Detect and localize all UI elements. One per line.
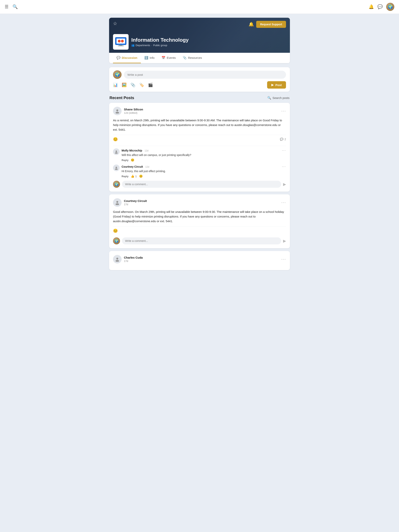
tab-resources-label: Resources xyxy=(188,56,202,59)
comment-count-number: 2 xyxy=(284,138,286,141)
tab-events-label: Events xyxy=(167,56,176,59)
comment-actions: Reply 👍 1 😊 xyxy=(122,174,286,178)
post-header: Charles Cuda 17d ··· xyxy=(113,255,286,263)
comment-input-row: 🌍 ▶ xyxy=(113,181,286,188)
comment-time: 12d xyxy=(145,149,148,152)
banner-actions: 🔔 Request Support xyxy=(249,21,286,28)
reply-button[interactable]: Reply xyxy=(122,159,129,162)
emoji-reaction-button[interactable]: 😊 xyxy=(131,158,135,162)
reply-button[interactable]: Reply xyxy=(122,175,129,178)
post-time: 17d xyxy=(124,260,128,262)
bell-icon[interactable]: 🔔 xyxy=(369,4,374,9)
star-icon[interactable]: ☆ xyxy=(113,21,117,26)
search-icon[interactable]: 🔍 xyxy=(13,4,18,9)
post-card: Charles Cuda 17d ··· xyxy=(109,251,290,270)
comment-more-button[interactable]: ··· xyxy=(282,148,286,152)
search-posts-button[interactable]: 🔍 Search posts xyxy=(267,96,290,100)
comment-meta: Molly Microchip 12d xyxy=(122,149,148,152)
events-tab-icon: 📅 xyxy=(161,56,165,60)
tab-discussion[interactable]: 💬 Discussion xyxy=(113,53,141,63)
comment-input[interactable] xyxy=(122,181,281,188)
tab-events[interactable]: 📅 Events xyxy=(158,53,179,63)
svg-point-15 xyxy=(116,260,119,262)
post-reactions: 😊 xyxy=(113,226,286,235)
post-meta: 12d (edited) xyxy=(124,111,143,114)
chart-tool-icon[interactable]: 📊 xyxy=(113,82,118,87)
request-support-button[interactable]: Request Support xyxy=(256,21,286,28)
comment: Courtney Circuit 12d ··· Hi Emory, this … xyxy=(113,165,286,178)
post-reactions: 😊 💬 2 xyxy=(113,135,286,144)
tab-resources[interactable]: 📎 Resources xyxy=(179,53,206,63)
comment-text: Hi Emory, this will just effect printing… xyxy=(122,169,286,173)
comment-header: Molly Microchip 12d ··· xyxy=(122,148,286,152)
svg-rect-1 xyxy=(116,38,125,44)
comment-icon: 💬 xyxy=(280,138,283,141)
tab-discussion-label: Discussion xyxy=(122,56,137,59)
thumbs-up-icon: 👍 xyxy=(131,174,135,178)
image-tool-icon[interactable]: 🖼️ xyxy=(122,82,127,87)
emoji-react-button[interactable]: 😊 xyxy=(113,137,118,142)
chat-icon[interactable]: 💬 xyxy=(377,4,383,9)
svg-point-12 xyxy=(116,201,118,203)
smiley-icon: 😊 xyxy=(113,228,118,233)
group-sub: 👥 Departments · Public group xyxy=(131,44,189,47)
video-tool-icon[interactable]: 🎬 xyxy=(148,82,153,87)
tag-tool-icon[interactable]: 🏷️ xyxy=(139,82,144,87)
post-author-name: Courtney Circuit xyxy=(124,199,147,203)
thumbs-up-reaction[interactable]: 👍 1 xyxy=(131,174,137,178)
svg-point-8 xyxy=(116,151,117,152)
comment-author: Molly Microchip xyxy=(122,149,142,152)
top-nav: ☰ 🔍 🔔 💬 🌍 xyxy=(0,0,399,14)
post-time: 17d xyxy=(124,203,128,206)
attachment-tool-icon[interactable]: 📎 xyxy=(130,82,135,87)
svg-point-11 xyxy=(115,168,118,170)
composer-top: 🌍 xyxy=(113,70,286,79)
comment-send-button[interactable]: ▶ xyxy=(283,182,286,187)
smiley-icon: 😊 xyxy=(139,174,143,178)
comment-avatar xyxy=(113,165,120,171)
more-options-button[interactable]: ··· xyxy=(281,108,286,114)
post-edited: (edited) xyxy=(129,111,137,114)
tab-info[interactable]: ℹ️ Info xyxy=(141,53,158,63)
emoji-react-button[interactable]: 😊 xyxy=(139,174,143,178)
nav-left: ☰ 🔍 xyxy=(5,4,18,9)
post-avatar xyxy=(113,198,122,207)
composer-avatar: 🌍 xyxy=(113,70,122,79)
notification-bell-icon[interactable]: 🔔 xyxy=(249,22,254,27)
user-avatar[interactable]: 🌍 xyxy=(386,3,394,11)
group-card: ☆ 🔔 Request Support xyxy=(109,18,290,63)
more-options-button[interactable]: ··· xyxy=(281,200,286,205)
comment-avatar xyxy=(113,148,120,155)
resources-tab-icon: 📎 xyxy=(183,56,187,60)
post-body: As a remind, on March 29th, printing wil… xyxy=(113,118,286,132)
more-options-button[interactable]: ··· xyxy=(281,257,286,262)
post-composer: 🌍 📊 🖼️ 📎 🏷️ 🎬 ▶ Post xyxy=(109,67,290,92)
post-author-block: Shane Silicon 12d (edited) xyxy=(124,108,143,114)
recent-posts-header: Recent Posts 🔍 Search posts xyxy=(109,96,290,100)
comment-send-button[interactable]: ▶ xyxy=(283,239,286,243)
comment-more-button[interactable]: ··· xyxy=(282,165,286,169)
info-tab-icon: ℹ️ xyxy=(144,56,148,60)
emoji-icon: 😊 xyxy=(131,158,135,162)
comment-composer-avatar: 🌍 xyxy=(113,181,120,188)
svg-point-14 xyxy=(116,258,118,260)
comment-author: Courtney Circuit xyxy=(122,165,143,168)
post-input[interactable] xyxy=(124,71,286,79)
emoji-react-button[interactable]: 😊 xyxy=(113,228,118,233)
post-author-info: Courtney Circuit 17d xyxy=(113,198,147,207)
main-container: ☆ 🔔 Request Support xyxy=(106,14,293,277)
comment-time: 12d xyxy=(145,165,149,168)
smiley-icon: 😊 xyxy=(113,137,118,142)
post-avatar xyxy=(113,255,122,263)
post-time: 12d xyxy=(124,111,128,114)
menu-icon[interactable]: ☰ xyxy=(5,4,9,9)
post-button[interactable]: ▶ Post xyxy=(267,81,286,89)
group-name: Information Technology xyxy=(131,37,189,43)
svg-point-10 xyxy=(116,167,117,168)
comment-content: Courtney Circuit 12d ··· Hi Emory, this … xyxy=(122,165,286,178)
comments-section: Molly Microchip 12d ··· Will this affect… xyxy=(113,146,286,188)
comment-input[interactable] xyxy=(122,237,281,244)
search-posts-label: Search posts xyxy=(272,96,290,100)
recent-posts-title: Recent Posts xyxy=(109,96,134,100)
group-tabs: 💬 Discussion ℹ️ Info 📅 Events 📎 Resource… xyxy=(109,53,290,63)
